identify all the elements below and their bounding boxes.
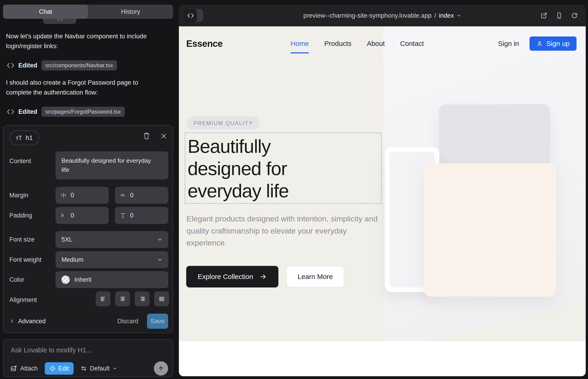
mobile-view-button[interactable] bbox=[556, 12, 563, 19]
editor-footer: Advanced Discard Save bbox=[9, 313, 168, 329]
color-swatch bbox=[62, 276, 70, 284]
alignment-label: Alignment bbox=[9, 296, 37, 303]
chevron-right-icon bbox=[9, 319, 15, 324]
user-icon bbox=[536, 40, 543, 47]
scrolled-chip-partial bbox=[43, 19, 76, 24]
font-weight-label: Font weight bbox=[9, 256, 42, 263]
align-left-button[interactable] bbox=[96, 291, 110, 306]
open-external-button[interactable] bbox=[540, 12, 547, 19]
tab-history[interactable]: History bbox=[88, 5, 173, 19]
margin-y-input[interactable]: 0 bbox=[115, 187, 168, 204]
hero-card-cream bbox=[424, 163, 556, 297]
align-center-icon bbox=[119, 296, 126, 302]
premium-quality-badge: PREMIUM QUALITY bbox=[186, 117, 260, 130]
chevron-down-icon bbox=[113, 366, 117, 371]
chat-panel: Chat History Now let's update the Navbar… bbox=[0, 0, 177, 379]
assistant-message: I should also create a Forgot Password p… bbox=[6, 78, 153, 97]
code-icon bbox=[7, 63, 14, 68]
font-size-select[interactable]: 5XL bbox=[56, 231, 168, 248]
padding-y-input[interactable]: 0 bbox=[115, 207, 168, 224]
margin-vertical-icon bbox=[120, 192, 126, 198]
content-label: Content bbox=[9, 158, 31, 165]
content-textarea[interactable]: Beautifully designed for everyday life bbox=[56, 151, 168, 179]
external-link-icon bbox=[540, 12, 547, 19]
url-host: preview--charming-site-symphony.lovable.… bbox=[303, 12, 432, 19]
sign-in-link[interactable]: Sign in bbox=[498, 40, 519, 47]
smartphone-icon bbox=[556, 12, 563, 19]
auth-actions: Sign in Sign up bbox=[498, 26, 576, 61]
chevron-down-icon bbox=[457, 13, 461, 18]
site-navbar: Essence Home Products About Contact Sign… bbox=[179, 26, 586, 61]
refresh-icon bbox=[571, 12, 578, 19]
save-button[interactable]: Save bbox=[147, 314, 168, 329]
edited-file-row: Edited src/pages/ForgotPassword.tsx bbox=[7, 106, 125, 117]
chevron-down-icon bbox=[157, 237, 163, 242]
type-icon: тT bbox=[16, 135, 22, 141]
send-button[interactable] bbox=[154, 361, 168, 376]
tab-chat[interactable]: Chat bbox=[3, 5, 88, 19]
sliders-icon bbox=[80, 365, 87, 372]
edited-label: Edited bbox=[18, 108, 37, 115]
target-icon bbox=[49, 365, 56, 372]
align-center-button[interactable] bbox=[115, 291, 130, 306]
tag-name: h1 bbox=[26, 134, 33, 142]
nav-link-about[interactable]: About bbox=[367, 26, 385, 61]
font-weight-select[interactable]: Medium bbox=[56, 251, 168, 268]
refresh-button[interactable] bbox=[571, 12, 578, 19]
padding-horizontal-icon bbox=[61, 212, 66, 218]
edited-file-chip[interactable]: src/pages/ForgotPassword.tsx bbox=[42, 107, 125, 117]
preview-window: preview--charming-site-symphony.lovable.… bbox=[179, 5, 586, 376]
prompt-composer: Ask Lovable to modify H1... Attach Edit … bbox=[3, 339, 173, 377]
sign-up-button[interactable]: Sign up bbox=[529, 36, 576, 51]
arrow-up-icon bbox=[158, 365, 164, 372]
align-right-button[interactable] bbox=[135, 291, 150, 306]
composer-toolbar: Attach Edit Default bbox=[10, 362, 168, 375]
url-page: index bbox=[439, 12, 454, 19]
next-section bbox=[179, 341, 586, 376]
chat-history-tabs: Chat History bbox=[3, 5, 173, 19]
edit-mode-button[interactable]: Edit bbox=[45, 362, 74, 375]
hero-cta-row: Explore Collection Learn More bbox=[186, 266, 344, 287]
padding-label: Padding bbox=[9, 212, 32, 219]
site-logo[interactable]: Essence bbox=[186, 26, 223, 61]
hero-paragraph: Elegant products designed with intention… bbox=[186, 213, 384, 249]
explore-collection-button[interactable]: Explore Collection bbox=[186, 266, 279, 287]
prompt-input[interactable]: Ask Lovable to modify H1... bbox=[11, 347, 92, 354]
nav-link-home[interactable]: Home bbox=[291, 26, 309, 61]
font-size-label: Font size bbox=[9, 236, 35, 243]
align-justify-icon bbox=[158, 296, 165, 302]
align-justify-button[interactable] bbox=[154, 291, 169, 306]
chevron-down-icon bbox=[157, 257, 163, 263]
color-select[interactable]: Inherit bbox=[56, 271, 168, 288]
close-icon[interactable] bbox=[160, 133, 167, 140]
selected-tag-pill: тT h1 bbox=[9, 130, 39, 145]
site-nav-links: Home Products About Contact bbox=[291, 26, 424, 61]
url-separator: / bbox=[434, 12, 436, 19]
assistant-message: Now let's update the Navbar component to… bbox=[6, 31, 153, 51]
preview-toolbar: preview--charming-site-symphony.lovable.… bbox=[179, 5, 586, 26]
padding-vertical-icon bbox=[120, 212, 126, 218]
hero-headline[interactable]: Beautifully designed for everyday life bbox=[187, 135, 289, 202]
element-editor-panel: тT h1 Content Beautifully designed for e… bbox=[3, 125, 173, 333]
discard-button[interactable]: Discard bbox=[117, 318, 138, 325]
margin-horizontal-icon bbox=[61, 192, 66, 198]
arrow-right-icon bbox=[260, 273, 267, 280]
advanced-toggle[interactable]: Advanced bbox=[9, 318, 46, 325]
padding-x-input[interactable]: 0 bbox=[56, 207, 109, 224]
align-right-icon bbox=[139, 296, 146, 302]
edited-label: Edited bbox=[18, 62, 37, 69]
nav-link-products[interactable]: Products bbox=[324, 26, 351, 61]
edited-file-chip[interactable]: src/components/Navbar.tsx bbox=[42, 60, 117, 70]
align-left-icon bbox=[100, 296, 107, 302]
margin-x-input[interactable]: 0 bbox=[56, 187, 109, 204]
attach-image-icon bbox=[10, 365, 17, 372]
color-label: Color bbox=[9, 276, 24, 283]
mode-select[interactable]: Default bbox=[80, 365, 117, 372]
delete-element-button[interactable] bbox=[143, 132, 150, 140]
nav-link-contact[interactable]: Contact bbox=[400, 26, 424, 61]
learn-more-button[interactable]: Learn More bbox=[286, 266, 344, 287]
lovable-app: Chat History Now let's update the Navbar… bbox=[0, 0, 588, 379]
code-icon bbox=[7, 109, 14, 115]
attach-button[interactable]: Attach bbox=[10, 365, 38, 372]
url-bar[interactable]: preview--charming-site-symphony.lovable.… bbox=[179, 5, 586, 26]
